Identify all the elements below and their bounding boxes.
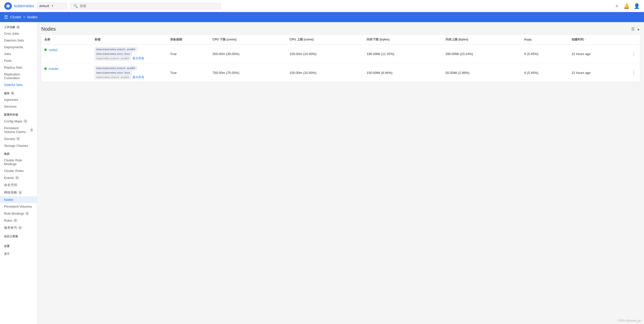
node1-cpu-req: 300.00m (30.00%): [210, 44, 287, 63]
service-accounts-badge: N: [18, 226, 22, 230]
chevron-down-icon: ▼: [51, 5, 54, 7]
events-badge: N: [15, 176, 19, 180]
label-tag-1: beta.kubernetes.io/os: linux: [95, 52, 164, 56]
pvc-badge: N: [30, 128, 33, 132]
master-mem-req: 150.00Mi (8.94%): [364, 63, 442, 82]
add-button[interactable]: ＋: [614, 3, 619, 9]
node1-menu-cell: ⋮: [627, 44, 640, 63]
watermark: CSDN @young_go: [617, 319, 641, 322]
workloads-badge: N: [16, 25, 20, 29]
sidebar-item-secrets[interactable]: Secrets N: [0, 135, 37, 142]
master-menu-cell: ⋮: [627, 63, 640, 82]
menu-icon[interactable]: ☰: [4, 14, 8, 20]
search-bar[interactable]: 🔍: [70, 3, 221, 9]
status-dot: [44, 49, 47, 51]
master-show-all-link[interactable]: 显示所有: [132, 75, 144, 79]
sidebar-item-network-policies[interactable]: 网络策略 N: [0, 189, 37, 196]
sidebar-section-config: 配置和存储: [0, 110, 37, 118]
sidebar-item-cron-jobs[interactable]: Cron Jobs: [0, 30, 37, 37]
logo-text: kubernetes: [14, 4, 34, 8]
breadcrumb-cluster[interactable]: Cluster: [10, 15, 21, 19]
sidebar-item-replication-controllers[interactable]: Replication Controllers: [0, 71, 37, 81]
breadcrumb-separator: >: [23, 15, 25, 19]
col-header-name[interactable]: 名称: [41, 35, 92, 44]
svg-point-1: [7, 5, 9, 7]
col-header-cpu-lim[interactable]: CPU 上限 (cores): [287, 35, 364, 44]
sidebar-item-cluster-roles[interactable]: Cluster Roles: [0, 167, 37, 174]
sidebar-item-persistent-volumes[interactable]: Persistent Volumes: [0, 203, 37, 210]
sidebar-section-workloads: 工作负载 N: [0, 22, 37, 30]
sidebar-item-storage-classes[interactable]: Storage Classes: [0, 142, 37, 149]
sidebar-item-namespaces[interactable]: 命名空间: [0, 181, 37, 189]
col-header-cpu-req[interactable]: CPU 下限 (cores): [210, 35, 287, 44]
sidebar-item-events[interactable]: Events N: [0, 174, 37, 181]
logo[interactable]: kubernetes: [4, 2, 34, 10]
node-labels-cell: beta.kubernetes.io/arch: amd64 beta.kube…: [92, 44, 167, 63]
sidebar-item-cluster-role-bindings[interactable]: Cluster Role Bindings: [0, 157, 37, 167]
topbar-right: ＋ 🔔 👤: [614, 3, 640, 9]
sidebar-item-config-maps[interactable]: Config Maps N: [0, 118, 37, 125]
page-title: Nodes: [41, 26, 56, 32]
master-pods: 6 (5.45%): [521, 63, 569, 82]
master-kebab-menu[interactable]: ⋮: [630, 69, 637, 76]
node1-mem-lim: 390.00Mi (23.24%): [442, 44, 521, 63]
sidebar-item-replica-sets[interactable]: Replica Sets: [0, 64, 37, 71]
master-name-cell: master: [41, 63, 92, 82]
col-header-created[interactable]: 创建时间 ↑: [569, 35, 627, 44]
master-label-show-all: kubernetes.io/arch: amd64 显示所有: [95, 75, 164, 79]
network-policies-badge: N: [18, 191, 22, 195]
label-tag-0: beta.kubernetes.io/arch: amd64: [95, 47, 164, 52]
master-created: 22 hours ago: [569, 63, 627, 82]
col-header-ready[interactable]: 准备就绪: [167, 35, 210, 44]
role-bindings-badge: N: [25, 211, 29, 215]
master-cpu-lim: 100.00m (10.00%): [287, 63, 364, 82]
collapse-icon[interactable]: ▲: [637, 27, 640, 31]
sidebar-item-deployments[interactable]: Deployments: [0, 44, 37, 51]
table-header-row: 名称 标签 准备就绪 CPU 下限 (cores) CPU 上限 (cores)…: [41, 35, 640, 44]
sidebar-item-ingresses[interactable]: Ingresses: [0, 96, 37, 103]
main-layout: 工作负载 N Cron Jobs Daemon Sets Deployments…: [0, 22, 644, 324]
col-header-labels[interactable]: 标签: [92, 35, 167, 44]
node1-kebab-menu[interactable]: ⋮: [630, 50, 637, 57]
sidebar: 工作负载 N Cron Jobs Daemon Sets Deployments…: [0, 22, 37, 324]
node1-ready: True: [167, 44, 210, 63]
namespace-selector[interactable]: default ▼: [37, 3, 67, 9]
content-area: Nodes ☰ ▲ 名称 标签 准备就绪 CPU 下限 (cores) CPU …: [37, 22, 644, 324]
master-labels-cell: beta.kubernetes.io/arch: amd64 beta.kube…: [92, 63, 167, 82]
sidebar-item-pods[interactable]: Pods: [0, 57, 37, 64]
breadcrumb-current: Nodes: [27, 15, 37, 19]
master-link[interactable]: master: [49, 67, 59, 71]
node1-mem-req: 190.00Mi (11.32%): [364, 44, 442, 63]
label-tag-show-all: kubernetes.io/arch: amd64 显示所有: [95, 56, 164, 61]
master-label-tag-0: beta.kubernetes.io/arch: amd64: [95, 66, 164, 70]
sidebar-section-about: 关于: [0, 249, 37, 257]
col-header-mem-lim[interactable]: 内存上限 (bytes): [442, 35, 521, 44]
sidebar-item-stateful-sets[interactable]: Stateful Sets: [0, 81, 37, 88]
filter-icon[interactable]: ☰: [631, 27, 635, 31]
sidebar-item-pvc[interactable]: Persistent Volume Claims N: [0, 125, 37, 135]
breadcrumb-bar: ☰ Cluster > Nodes: [0, 12, 644, 22]
sidebar-item-jobs[interactable]: Jobs: [0, 51, 37, 57]
col-header-pods[interactable]: Pods: [521, 35, 569, 44]
page-header: Nodes ☰ ▲: [41, 26, 640, 32]
roles-badge: N: [13, 218, 17, 222]
search-input[interactable]: [80, 4, 218, 8]
col-header-mem-req[interactable]: 内存下限 (bytes): [364, 35, 442, 44]
sidebar-item-roles[interactable]: Roles N: [0, 217, 37, 224]
node1-show-all-link[interactable]: 显示所有: [132, 57, 144, 60]
col-header-actions: [627, 35, 640, 44]
node1-link[interactable]: node1: [49, 48, 58, 52]
sidebar-item-service-accounts[interactable]: 服务账号 N: [0, 224, 37, 232]
master-mem-lim: 50.00Mi (2.98%): [442, 63, 521, 82]
sidebar-item-services[interactable]: Services: [0, 103, 37, 110]
sidebar-section-custom-resources: 自定义资源: [0, 232, 37, 239]
sidebar-section-cluster: 集群: [0, 149, 37, 157]
table-row: master beta.kubernetes.io/arch: amd64 be…: [41, 63, 640, 82]
secrets-badge: N: [16, 137, 20, 141]
sidebar-item-daemon-sets[interactable]: Daemon Sets: [0, 37, 37, 44]
sidebar-item-role-bindings[interactable]: Role Bindings N: [0, 210, 37, 217]
notifications-button[interactable]: 🔔: [623, 3, 630, 9]
sidebar-item-nodes[interactable]: Nodes: [0, 196, 37, 203]
user-avatar-button[interactable]: 👤: [634, 3, 640, 9]
kubernetes-logo-icon: [4, 2, 12, 10]
